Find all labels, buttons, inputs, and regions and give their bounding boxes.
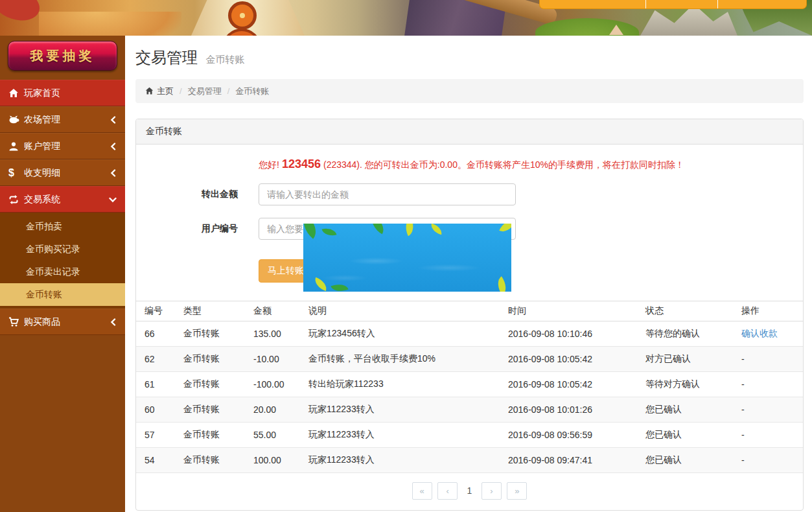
sidebar-item-player-home[interactable]: 玩家首页 <box>0 80 125 106</box>
sidebar-item-label: 购买商品 <box>24 316 60 328</box>
home-icon <box>145 87 154 95</box>
chevron-left-icon <box>110 143 117 150</box>
coin-transfer-panel: 金币转账 您好!123456(223344). 您的可转出金币为:0.00。金币… <box>135 119 804 511</box>
top-nav-segment[interactable] <box>540 0 646 8</box>
dollar-icon: $ <box>8 167 24 179</box>
top-nav-segment[interactable] <box>646 0 718 8</box>
col-header-time: 时间 <box>500 301 637 321</box>
pagination: « ‹ 1 › » <box>136 473 803 510</box>
sidebar-item-farm-management[interactable]: 农场管理 <box>0 106 125 133</box>
col-header-action: 操作 <box>733 301 803 321</box>
page-title: 交易管理 <box>135 47 198 68</box>
sidebar-item-account-management[interactable]: 账户管理 <box>0 133 125 159</box>
chevron-down-icon <box>109 196 117 203</box>
cart-icon <box>8 317 24 327</box>
chevron-left-icon <box>110 318 117 326</box>
sidebar-item-label: 玩家首页 <box>24 87 60 99</box>
user-icon <box>8 141 24 152</box>
pagination-first-button[interactable]: « <box>412 482 432 500</box>
sidebar: 我要抽奖 玩家首页 农场管理 <box>0 36 125 512</box>
user-id-label: 用户编号 <box>136 223 238 235</box>
breadcrumb-separator: / <box>174 86 188 96</box>
pig-icon <box>8 115 24 124</box>
sidebar-item-buy-goods[interactable]: 购买商品 <box>0 308 125 335</box>
table-row: 61 金币转账 -100.00 转出给玩家112233 2016-09-08 1… <box>136 372 803 397</box>
page-subtitle: 金币转账 <box>205 54 244 65</box>
banner-window <box>228 1 257 30</box>
pagination-last-button[interactable]: » <box>507 482 527 500</box>
col-header-type: 类型 <box>175 301 245 321</box>
lottery-button[interactable]: 我要抽奖 <box>8 41 117 71</box>
breadcrumb: 主页 / 交易管理 / 金币转账 <box>135 79 804 103</box>
panel-title: 金币转账 <box>136 119 803 145</box>
amount-input[interactable] <box>259 183 516 205</box>
submenu-item-coin-purchase-records[interactable]: 金币购买记录 <box>0 238 125 261</box>
breadcrumb-current: 金币转账 <box>235 86 269 97</box>
pagination-current-page: 1 <box>467 485 472 496</box>
col-header-status: 状态 <box>637 301 733 321</box>
sidebar-item-label: 交易系统 <box>24 194 60 205</box>
submenu-item-coin-auction[interactable]: 金币拍卖 <box>0 215 125 238</box>
leaf-icon <box>430 224 444 235</box>
col-header-desc: 说明 <box>300 301 500 321</box>
overlay-image <box>303 224 511 292</box>
transfer-notice: 您好!123456(223344). 您的可转出金币为:0.00。金币转账将产生… <box>259 157 803 171</box>
pagination-prev-button[interactable]: ‹ <box>437 482 458 500</box>
exchange-icon <box>8 194 24 205</box>
home-icon <box>8 88 24 99</box>
table-row: 60 金币转账 20.00 玩家112233转入 2016-09-08 10:0… <box>136 397 803 423</box>
top-nav-bar <box>539 0 807 9</box>
leaf-icon <box>331 281 348 292</box>
leaf-icon <box>402 224 418 236</box>
table-row: 54 金币转账 100.00 玩家112233转入 2016-09-08 09:… <box>136 448 803 473</box>
sidebar-item-income-details[interactable]: $ 收支明细 <box>0 159 125 186</box>
leaf-icon <box>303 224 322 239</box>
confirm-receipt-link[interactable]: 确认收款 <box>741 328 778 338</box>
transfer-records-table: 编号 类型 金额 说明 时间 状态 操作 66 金币转账 <box>136 301 803 473</box>
leaf-icon <box>499 224 511 235</box>
chevron-left-icon <box>110 116 117 124</box>
amount-label: 转出金额 <box>136 189 238 200</box>
chevron-left-icon <box>110 169 117 177</box>
banner-art <box>39 12 181 36</box>
main-content: 交易管理 金币转账 主页 / 交易管理 / 金币转账 金币转账 您好!12345… <box>125 36 812 512</box>
leaf-icon <box>367 224 388 234</box>
banner-art <box>0 0 44 26</box>
leaf-icon <box>312 277 329 292</box>
leaf-icon <box>322 226 337 239</box>
breadcrumb-separator: / <box>222 86 236 96</box>
table-row: 57 金币转账 55.00 玩家112233转入 2016-09-08 09:5… <box>136 423 803 448</box>
trade-system-submenu: 金币拍卖 金币购买记录 金币卖出记录 金币转账 <box>0 213 125 308</box>
submenu-item-coin-transfer[interactable]: 金币转账 <box>0 283 125 306</box>
sidebar-item-trade-system[interactable]: 交易系统 <box>0 186 125 213</box>
user-id: 123456 <box>282 157 321 170</box>
sidebar-item-label: 农场管理 <box>24 114 60 126</box>
sidebar-item-label: 账户管理 <box>24 141 60 152</box>
sidebar-item-label: 收支明细 <box>24 167 60 179</box>
table-row: 62 金币转账 -10.00 金币转账，平台收取手续费10% 2016-09-0… <box>136 347 803 372</box>
breadcrumb-home[interactable]: 主页 <box>145 86 174 97</box>
table-header-row: 编号 类型 金额 说明 时间 状态 操作 <box>136 301 803 321</box>
table-row: 66 金币转账 135.00 玩家123456转入 2016-09-08 10:… <box>136 321 803 347</box>
top-nav-segment[interactable] <box>718 0 806 8</box>
col-header-amount: 金额 <box>245 301 300 321</box>
submenu-item-coin-sell-records[interactable]: 金币卖出记录 <box>0 261 125 283</box>
col-header-id: 编号 <box>136 301 175 321</box>
breadcrumb-trade-management[interactable]: 交易管理 <box>188 86 222 97</box>
leaf-icon <box>493 276 511 292</box>
pagination-next-button[interactable]: › <box>481 482 502 500</box>
